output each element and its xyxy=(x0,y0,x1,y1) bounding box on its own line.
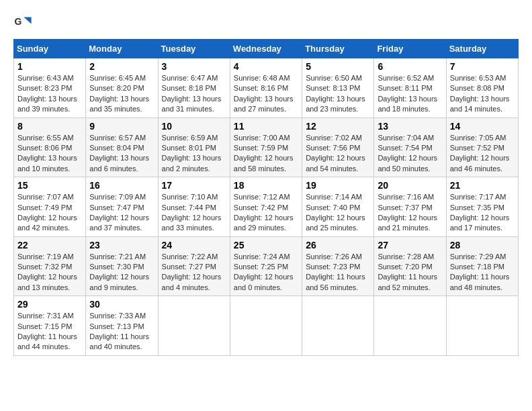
calendar-week-4: 22Sunrise: 7:19 AM Sunset: 7:32 PM Dayli… xyxy=(14,236,519,296)
day-number: 28 xyxy=(450,240,515,250)
weekday-header-friday: Friday xyxy=(374,40,446,58)
calendar-cell: 12Sunrise: 7:02 AM Sunset: 7:56 PM Dayli… xyxy=(302,118,374,177)
day-info: Sunrise: 6:43 AM Sunset: 8:23 PM Dayligh… xyxy=(17,73,82,115)
logo: G xyxy=(13,13,34,32)
calendar-cell: 10Sunrise: 6:59 AM Sunset: 8:01 PM Dayli… xyxy=(158,118,230,177)
day-number: 17 xyxy=(162,180,226,191)
day-number: 4 xyxy=(234,61,298,72)
calendar-cell: 24Sunrise: 7:22 AM Sunset: 7:27 PM Dayli… xyxy=(158,236,230,296)
day-number: 12 xyxy=(306,121,370,132)
day-number: 24 xyxy=(162,240,226,250)
weekday-header-thursday: Thursday xyxy=(302,40,374,58)
day-info: Sunrise: 6:55 AM Sunset: 8:06 PM Dayligh… xyxy=(17,133,82,175)
calendar-cell xyxy=(374,296,446,356)
day-info: Sunrise: 7:29 AM Sunset: 7:18 PM Dayligh… xyxy=(450,252,515,293)
svg-marker-2 xyxy=(24,17,31,24)
day-number: 11 xyxy=(234,121,298,132)
calendar-week-1: 1Sunrise: 6:43 AM Sunset: 8:23 PM Daylig… xyxy=(14,58,519,118)
day-info: Sunrise: 7:10 AM Sunset: 7:44 PM Dayligh… xyxy=(162,192,226,234)
calendar-cell xyxy=(158,296,230,356)
day-info: Sunrise: 7:24 AM Sunset: 7:25 PM Dayligh… xyxy=(234,252,298,293)
svg-text:G: G xyxy=(14,16,21,27)
calendar-cell: 4Sunrise: 6:48 AM Sunset: 8:16 PM Daylig… xyxy=(230,58,302,118)
day-info: Sunrise: 7:07 AM Sunset: 7:49 PM Dayligh… xyxy=(17,192,82,234)
day-info: Sunrise: 7:26 AM Sunset: 7:23 PM Dayligh… xyxy=(306,252,370,293)
calendar-cell xyxy=(230,296,302,356)
calendar-header-row: SundayMondayTuesdayWednesdayThursdayFrid… xyxy=(14,40,519,58)
day-number: 8 xyxy=(17,121,82,132)
calendar-cell: 30Sunrise: 7:33 AM Sunset: 7:13 PM Dayli… xyxy=(86,296,158,356)
day-info: Sunrise: 7:14 AM Sunset: 7:40 PM Dayligh… xyxy=(306,192,370,234)
weekday-header-saturday: Saturday xyxy=(446,40,518,58)
calendar-cell: 2Sunrise: 6:45 AM Sunset: 8:20 PM Daylig… xyxy=(86,58,158,118)
calendar-table: SundayMondayTuesdayWednesdayThursdayFrid… xyxy=(13,39,519,356)
day-number: 19 xyxy=(306,180,370,191)
calendar-week-5: 29Sunrise: 7:31 AM Sunset: 7:15 PM Dayli… xyxy=(14,296,519,356)
calendar-cell: 1Sunrise: 6:43 AM Sunset: 8:23 PM Daylig… xyxy=(14,58,86,118)
day-number: 27 xyxy=(378,240,442,250)
page-header: G xyxy=(13,13,519,32)
day-number: 9 xyxy=(89,121,154,132)
day-info: Sunrise: 7:19 AM Sunset: 7:32 PM Dayligh… xyxy=(17,252,82,293)
weekday-header-wednesday: Wednesday xyxy=(230,40,302,58)
day-info: Sunrise: 7:09 AM Sunset: 7:47 PM Dayligh… xyxy=(89,192,154,234)
day-number: 29 xyxy=(17,299,82,310)
day-info: Sunrise: 6:47 AM Sunset: 8:18 PM Dayligh… xyxy=(162,73,226,115)
day-number: 3 xyxy=(162,61,226,72)
calendar-cell: 9Sunrise: 6:57 AM Sunset: 8:04 PM Daylig… xyxy=(86,118,158,177)
calendar-cell: 3Sunrise: 6:47 AM Sunset: 8:18 PM Daylig… xyxy=(158,58,230,118)
day-number: 18 xyxy=(234,180,298,191)
day-number: 10 xyxy=(162,121,226,132)
day-info: Sunrise: 6:59 AM Sunset: 8:01 PM Dayligh… xyxy=(162,133,226,175)
day-info: Sunrise: 6:57 AM Sunset: 8:04 PM Dayligh… xyxy=(89,133,154,175)
calendar-cell: 20Sunrise: 7:16 AM Sunset: 7:37 PM Dayli… xyxy=(374,177,446,237)
day-number: 15 xyxy=(17,180,82,191)
day-info: Sunrise: 7:31 AM Sunset: 7:15 PM Dayligh… xyxy=(17,311,82,353)
day-number: 5 xyxy=(306,61,370,72)
day-info: Sunrise: 7:05 AM Sunset: 7:52 PM Dayligh… xyxy=(450,133,515,175)
calendar-cell: 23Sunrise: 7:21 AM Sunset: 7:30 PM Dayli… xyxy=(86,236,158,296)
day-info: Sunrise: 7:22 AM Sunset: 7:27 PM Dayligh… xyxy=(162,252,226,293)
calendar-cell: 15Sunrise: 7:07 AM Sunset: 7:49 PM Dayli… xyxy=(14,177,86,237)
day-info: Sunrise: 7:00 AM Sunset: 7:59 PM Dayligh… xyxy=(234,133,298,175)
day-info: Sunrise: 7:17 AM Sunset: 7:35 PM Dayligh… xyxy=(450,192,515,234)
day-number: 6 xyxy=(378,61,442,72)
day-info: Sunrise: 7:04 AM Sunset: 7:54 PM Dayligh… xyxy=(378,133,442,175)
day-info: Sunrise: 7:12 AM Sunset: 7:42 PM Dayligh… xyxy=(234,192,298,234)
calendar-cell: 28Sunrise: 7:29 AM Sunset: 7:18 PM Dayli… xyxy=(446,236,518,296)
calendar-cell: 25Sunrise: 7:24 AM Sunset: 7:25 PM Dayli… xyxy=(230,236,302,296)
calendar-cell: 5Sunrise: 6:50 AM Sunset: 8:13 PM Daylig… xyxy=(302,58,374,118)
calendar-cell: 19Sunrise: 7:14 AM Sunset: 7:40 PM Dayli… xyxy=(302,177,374,237)
calendar-cell xyxy=(302,296,374,356)
day-number: 20 xyxy=(378,180,442,191)
calendar-cell: 26Sunrise: 7:26 AM Sunset: 7:23 PM Dayli… xyxy=(302,236,374,296)
calendar-cell: 14Sunrise: 7:05 AM Sunset: 7:52 PM Dayli… xyxy=(446,118,518,177)
day-number: 2 xyxy=(89,61,154,72)
calendar-cell: 6Sunrise: 6:52 AM Sunset: 8:11 PM Daylig… xyxy=(374,58,446,118)
day-number: 23 xyxy=(89,240,154,250)
logo-icon: G xyxy=(13,13,32,32)
day-info: Sunrise: 6:45 AM Sunset: 8:20 PM Dayligh… xyxy=(89,73,154,115)
day-number: 1 xyxy=(17,61,82,72)
day-number: 21 xyxy=(450,180,515,191)
day-info: Sunrise: 7:02 AM Sunset: 7:56 PM Dayligh… xyxy=(306,133,370,175)
weekday-header-sunday: Sunday xyxy=(14,40,86,58)
calendar-cell xyxy=(446,296,518,356)
calendar-cell: 17Sunrise: 7:10 AM Sunset: 7:44 PM Dayli… xyxy=(158,177,230,237)
day-number: 22 xyxy=(17,240,82,250)
calendar-cell: 13Sunrise: 7:04 AM Sunset: 7:54 PM Dayli… xyxy=(374,118,446,177)
day-number: 30 xyxy=(89,299,154,310)
calendar-cell: 11Sunrise: 7:00 AM Sunset: 7:59 PM Dayli… xyxy=(230,118,302,177)
calendar-cell: 22Sunrise: 7:19 AM Sunset: 7:32 PM Dayli… xyxy=(14,236,86,296)
weekday-header-tuesday: Tuesday xyxy=(158,40,230,58)
day-number: 7 xyxy=(450,61,515,72)
calendar-cell: 29Sunrise: 7:31 AM Sunset: 7:15 PM Dayli… xyxy=(14,296,86,356)
calendar-week-3: 15Sunrise: 7:07 AM Sunset: 7:49 PM Dayli… xyxy=(14,177,519,237)
day-info: Sunrise: 6:48 AM Sunset: 8:16 PM Dayligh… xyxy=(234,73,298,115)
day-number: 13 xyxy=(378,121,442,132)
weekday-header-monday: Monday xyxy=(86,40,158,58)
calendar-week-2: 8Sunrise: 6:55 AM Sunset: 8:06 PM Daylig… xyxy=(14,118,519,177)
calendar-cell: 18Sunrise: 7:12 AM Sunset: 7:42 PM Dayli… xyxy=(230,177,302,237)
calendar-cell: 21Sunrise: 7:17 AM Sunset: 7:35 PM Dayli… xyxy=(446,177,518,237)
calendar-cell: 27Sunrise: 7:28 AM Sunset: 7:20 PM Dayli… xyxy=(374,236,446,296)
